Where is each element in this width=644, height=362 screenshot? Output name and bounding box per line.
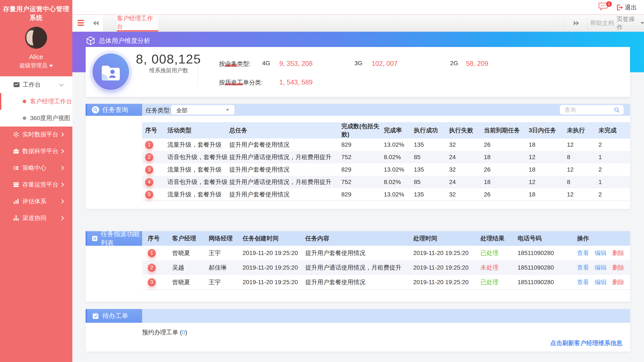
cell-task: 提升用户通话使用情况，月租费用提升: [229, 151, 341, 163]
cell-3days: 18: [529, 163, 567, 176]
edit-link[interactable]: 编辑: [595, 264, 607, 271]
list-icon: [92, 235, 98, 242]
user-name: Alice: [0, 53, 72, 60]
user-role-dropdown[interactable]: 超级管理员: [0, 62, 72, 69]
topbar: 1 退出: [72, 0, 644, 14]
delete-link[interactable]: 删除: [612, 279, 624, 286]
cell-notexec: 12: [567, 188, 598, 201]
bullet-icon: [23, 116, 26, 120]
chevron-right-icon: [60, 199, 64, 204]
task-query-card: 任务查询 任务类型: 全部 序号 活动类型 总任务 完成数(包括失败) 完成率 …: [86, 104, 630, 209]
cell-activity: 流量升级，套餐升级: [168, 163, 229, 176]
sidebar-item-strategy-center[interactable]: 策略中心: [0, 160, 72, 176]
message-bell[interactable]: 1: [598, 2, 611, 13]
row-number-badge: 3: [145, 166, 153, 174]
cell-success: 135: [414, 163, 449, 176]
cell-fail: 32: [449, 139, 484, 151]
sidebar-item-channel-collab[interactable]: 渠道协同: [0, 210, 72, 226]
cell-handled: 2019-11-20 19:25:20: [413, 275, 480, 290]
chevron-right-icon: [60, 149, 64, 153]
task-assign-table: 序号 客户经理 网络经理 任务创建时间 任务内容 处理时间 处理结果 电话号码 …: [142, 231, 630, 290]
data-science-icon: [13, 148, 19, 154]
edit-link[interactable]: 编辑: [595, 250, 607, 256]
table-row: 1 流量升级，套餐升级 提升用户套餐使用情况 829 13.02% 135 32…: [142, 139, 630, 151]
sidebar-item-customer-manager-workbench[interactable]: 客户经理工作台: [0, 93, 72, 110]
system-title: 存量用户运营中心管理系统: [0, 5, 72, 22]
refresh-link[interactable]: 点击刷新客户经理维系信息: [550, 339, 622, 347]
status-badge: 未处理: [480, 264, 498, 271]
sidebar-item-360-user-view[interactable]: 360度用户视图: [0, 110, 72, 126]
help-docs-button[interactable]: 帮助文档: [588, 15, 616, 31]
cell-notexec: 8: [567, 151, 598, 163]
view-link[interactable]: 查看: [577, 279, 589, 286]
task-type-label: 任务类型:: [146, 106, 171, 114]
collapse-left-icon[interactable]: [92, 19, 100, 27]
caret-down-icon: [226, 109, 229, 111]
cell-actions: 查看编辑删除: [577, 246, 630, 260]
label-4g: 4G: [262, 60, 270, 67]
edit-link[interactable]: 编辑: [595, 279, 607, 286]
cell-actions: 查看编辑删除: [577, 260, 630, 275]
retained-users-label: 维系挽留用户数: [136, 67, 188, 74]
cell-content: 提升用户通话使用情况，月租费提升: [305, 260, 413, 275]
logout-button[interactable]: 退出: [616, 3, 637, 11]
cell-done: 752: [341, 151, 384, 163]
cell-rate: 13.02%: [384, 163, 414, 176]
todo-item[interactable]: 预约办理工单 (0): [142, 328, 187, 337]
sidebar-item-data-science[interactable]: 数据科学平台: [0, 143, 72, 160]
cell-task: 提升用户套餐使用情况: [229, 139, 341, 151]
avatar[interactable]: [25, 27, 47, 49]
cell-task: 提升用户套餐使用情况: [229, 163, 341, 176]
expand-right-button[interactable]: [564, 15, 588, 31]
clipboard-check-icon: [92, 312, 100, 320]
cell-notdone: 2: [598, 188, 630, 201]
chevron-right-icon: [60, 166, 64, 170]
task-query-table: 序号 活动类型 总任务 完成数(包括失败) 完成率 执行成功 执行失败 当前到期…: [142, 122, 630, 201]
value-2g: 58, 209: [466, 60, 488, 67]
table-row: 3 曾晓夏 王宇 2019-11-20 19:25:20 提升用户套餐使用情况 …: [142, 275, 630, 290]
bullet-icon: [23, 100, 26, 103]
caret-down-icon: [640, 22, 644, 24]
cell-net-manager: 王宇: [209, 275, 242, 290]
cell-success: 85: [414, 151, 449, 163]
sidebar-item-realtime-data[interactable]: 实时数据平台: [0, 126, 72, 143]
cell-task: 提升用户套餐使用情况: [229, 188, 341, 201]
hamburger-menu-icon[interactable]: [78, 20, 84, 26]
task-type-select[interactable]: 全部: [171, 105, 234, 114]
channel-tree-icon: [13, 215, 19, 221]
sidebar-item-evaluation[interactable]: 评估体系: [0, 193, 72, 210]
realtime-data-icon: [13, 131, 19, 138]
active-indicator: [0, 93, 1, 110]
cell-success: 85: [414, 176, 449, 188]
cell-due: 18: [484, 151, 529, 163]
by-business-label: 按业务类型:: [219, 60, 251, 68]
row-number-badge: 1: [148, 249, 156, 257]
cell-phone: 18511090280: [518, 260, 577, 275]
cell-rate: 8.02%: [384, 151, 414, 163]
label-3g: 3G: [354, 60, 362, 67]
cell-rate: 13.02%: [384, 188, 414, 201]
cell-notexec: 12: [567, 163, 598, 176]
cell-done: 752: [341, 176, 384, 188]
delete-link[interactable]: 删除: [612, 264, 624, 271]
search-icon[interactable]: [614, 107, 620, 113]
sidebar-item-stock-operation[interactable]: 存量运营平台: [0, 176, 72, 193]
cell-fail: 32: [449, 188, 484, 201]
overview-stat-card: 8, 008,125 维系挽留用户数 按业务类型: 4G 9, 353, 208…: [86, 47, 630, 97]
tabbar-right-controls: 帮助文档 页签操作: [564, 15, 644, 31]
by-history-label: 按历史工单分类:: [219, 78, 263, 87]
stock-operation-icon: [13, 181, 19, 188]
todo-count: 0: [182, 329, 185, 336]
evaluation-bars-icon: [13, 198, 19, 205]
view-link[interactable]: 查看: [577, 264, 589, 271]
tabbar-left-controls: [72, 15, 103, 31]
search-circle-icon: [92, 106, 100, 114]
table-row: 2 语音包升级，套餐升级 提升用户通话使用情况，月租费用提升 752 8.02%…: [142, 151, 630, 163]
delete-link[interactable]: 删除: [612, 250, 624, 256]
tab-operations-dropdown[interactable]: 页签操作: [616, 15, 644, 31]
tab-customer-manager-workbench[interactable]: 客户经理工作台: [117, 15, 158, 31]
sidebar-item-workbench[interactable]: 工作台: [0, 76, 72, 93]
table-row: 2 吴越 郝佳琳 2019-11-20 19:25:20 提升用户通话使用情况，…: [142, 260, 630, 275]
view-link[interactable]: 查看: [577, 250, 589, 256]
cell-notdone: 1: [598, 151, 630, 163]
